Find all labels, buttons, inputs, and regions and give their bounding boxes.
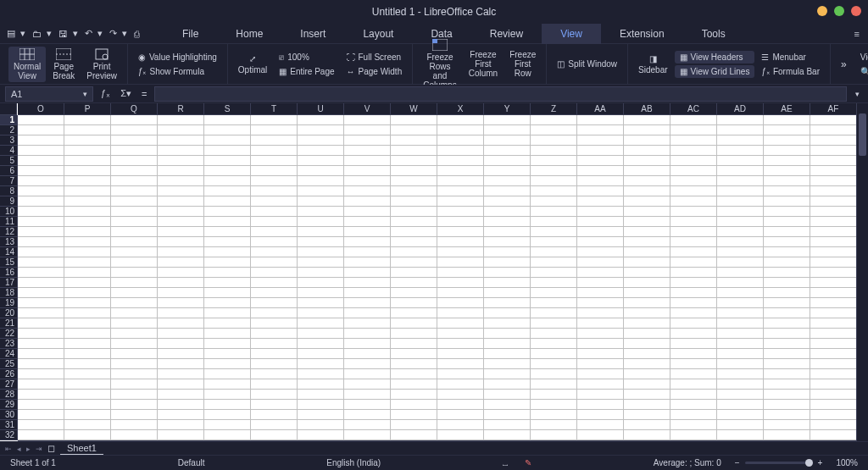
row-header[interactable]: 4 [0, 146, 17, 156]
cell[interactable] [484, 390, 531, 400]
cell[interactable] [111, 176, 158, 186]
cell[interactable] [298, 115, 344, 125]
cell[interactable] [111, 369, 158, 379]
cell[interactable] [391, 196, 437, 207]
cell[interactable] [18, 430, 64, 440]
cell[interactable] [64, 379, 111, 390]
cell[interactable] [111, 135, 158, 146]
cell[interactable] [111, 217, 158, 227]
cell[interactable] [158, 125, 204, 135]
cell[interactable] [18, 369, 64, 379]
cell[interactable] [484, 349, 531, 359]
cell[interactable] [251, 278, 298, 288]
undo-icon[interactable]: ↶ [83, 26, 94, 41]
cell[interactable] [437, 278, 484, 288]
cell[interactable] [577, 207, 624, 217]
cell[interactable] [18, 400, 64, 410]
cell[interactable] [624, 217, 670, 227]
menubar-button[interactable]: ☰Menubar [756, 51, 825, 64]
cell[interactable] [670, 247, 717, 257]
column-header[interactable]: AC [670, 103, 717, 115]
cell[interactable] [158, 237, 204, 247]
cell[interactable] [298, 135, 344, 146]
cell[interactable] [204, 369, 251, 379]
cell[interactable] [670, 268, 717, 278]
cell[interactable] [810, 410, 856, 420]
status-insert-mode[interactable]: ⎵ [499, 458, 511, 467]
cell[interactable] [810, 400, 856, 410]
cell[interactable] [158, 278, 204, 288]
cell[interactable] [391, 288, 437, 298]
cell[interactable] [298, 288, 344, 298]
cell[interactable] [64, 298, 111, 308]
cell[interactable] [158, 268, 204, 278]
cell[interactable] [158, 308, 204, 318]
cell[interactable] [531, 156, 577, 166]
cell[interactable] [111, 146, 158, 156]
row-header[interactable]: 18 [0, 288, 17, 298]
cell[interactable] [111, 186, 158, 196]
cell[interactable] [64, 135, 111, 146]
cell[interactable] [298, 339, 344, 349]
cell[interactable] [64, 237, 111, 247]
cell[interactable] [624, 400, 670, 410]
cell[interactable] [64, 329, 111, 339]
cell[interactable] [437, 217, 484, 227]
cell[interactable] [764, 308, 810, 318]
cell[interactable] [204, 410, 251, 420]
cell[interactable] [670, 379, 717, 390]
cell[interactable] [18, 298, 64, 308]
cell[interactable] [810, 298, 856, 308]
cell[interactable] [18, 410, 64, 420]
cell[interactable] [670, 420, 717, 430]
select-all-corner[interactable] [0, 103, 17, 115]
cell[interactable] [298, 227, 344, 237]
cell[interactable] [111, 359, 158, 369]
cell[interactable] [764, 166, 810, 176]
cell[interactable] [391, 176, 437, 186]
cell[interactable] [18, 196, 64, 207]
cell[interactable] [764, 318, 810, 329]
cell[interactable] [531, 146, 577, 156]
cell[interactable] [531, 400, 577, 410]
cell[interactable] [577, 329, 624, 339]
cell[interactable] [18, 308, 64, 318]
column-header[interactable]: AB [624, 103, 670, 115]
cell[interactable] [670, 227, 717, 237]
cell[interactable] [64, 227, 111, 237]
cell[interactable] [64, 196, 111, 207]
cell[interactable] [18, 278, 64, 288]
hamburger-menu-icon[interactable]: ≡ [846, 25, 868, 42]
cell[interactable] [344, 146, 391, 156]
menu-tools[interactable]: Tools [683, 24, 744, 44]
cell[interactable] [204, 135, 251, 146]
cell[interactable] [717, 400, 764, 410]
zoom-button[interactable]: 🔍Zoom [855, 65, 868, 78]
cell[interactable] [577, 135, 624, 146]
row-header[interactable]: 27 [0, 379, 17, 390]
cell[interactable] [624, 329, 670, 339]
cell[interactable] [437, 166, 484, 176]
cell[interactable] [670, 156, 717, 166]
cell[interactable] [764, 268, 810, 278]
cell[interactable] [344, 217, 391, 227]
cell[interactable] [531, 390, 577, 400]
cell[interactable] [531, 349, 577, 359]
cell[interactable] [764, 217, 810, 227]
row-header[interactable]: 3 [0, 135, 17, 146]
row-header[interactable]: 26 [0, 369, 17, 379]
row-header[interactable]: 9 [0, 196, 17, 207]
cell[interactable] [717, 298, 764, 308]
cell[interactable] [624, 410, 670, 420]
cell[interactable] [298, 278, 344, 288]
row-header[interactable]: 22 [0, 329, 17, 339]
cell[interactable] [18, 359, 64, 369]
cell[interactable] [18, 156, 64, 166]
cell[interactable] [391, 339, 437, 349]
cell[interactable] [251, 288, 298, 298]
cell[interactable] [717, 278, 764, 288]
cell[interactable] [484, 359, 531, 369]
cell[interactable] [717, 308, 764, 318]
cell[interactable] [204, 400, 251, 410]
cell[interactable] [64, 430, 111, 440]
